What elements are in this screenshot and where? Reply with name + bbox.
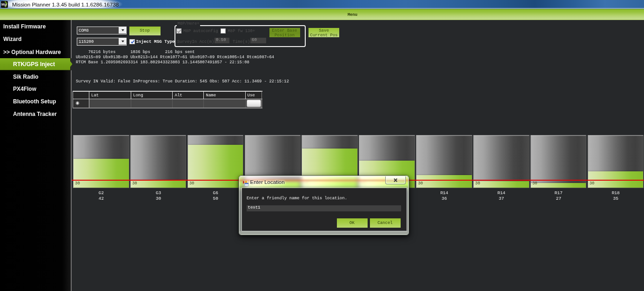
svg-text:Mp: Mp [1, 2, 7, 7]
